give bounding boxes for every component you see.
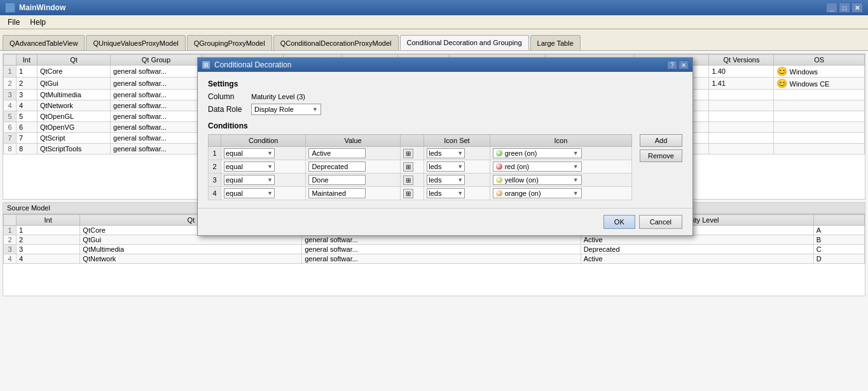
icon-label: yellow (on): [505, 176, 570, 184]
condition-value-input[interactable]: [308, 161, 366, 172]
condition-select[interactable]: equal ▼: [224, 161, 275, 172]
cond-col-icon: Icon: [490, 135, 631, 147]
menu-help[interactable]: Help: [25, 17, 51, 28]
cond-col-condition: Condition: [221, 135, 306, 147]
condition-value: equal: [226, 176, 243, 184]
condition-select[interactable]: equal ▼: [224, 175, 275, 185]
conditions-section: Conditions Condition Value Icon Set: [208, 121, 682, 200]
icon-select[interactable]: red (on) ▼: [493, 161, 582, 172]
cond-btn-cell: ⊞: [400, 187, 424, 200]
tab-bar: QAdvancedTableView QUniqueValuesProxyMod…: [0, 29, 868, 51]
icon-select[interactable]: yellow (on) ▼: [493, 175, 582, 185]
condition-select[interactable]: equal ▼: [224, 148, 275, 158]
cond-btn-cell: ⊞: [400, 147, 424, 160]
condition-arrow: ▼: [267, 177, 273, 183]
icon-select[interactable]: green (on) ▼: [493, 148, 582, 158]
settings-label: Settings: [208, 79, 682, 88]
conditional-decoration-dialog: ⊞ Conditional Decoration ? ✕ Settings Co…: [197, 57, 693, 236]
condition-value: equal: [226, 163, 243, 170]
condition-edit-button[interactable]: ⊞: [403, 162, 413, 172]
title-bar-controls[interactable]: _ □ ✕: [826, 3, 863, 13]
condition-edit-button[interactable]: ⊞: [403, 149, 413, 158]
condition-value-input[interactable]: [308, 148, 366, 158]
icon-set-select[interactable]: leds ▼: [427, 161, 465, 172]
maximize-button[interactable]: □: [839, 3, 850, 13]
icon-set-value: leds: [429, 163, 441, 170]
dialog-close-button[interactable]: ✕: [679, 60, 689, 69]
app-icon: [5, 3, 15, 13]
menu-file[interactable]: File: [3, 17, 25, 28]
condition-edit-button[interactable]: ⊞: [403, 189, 413, 198]
cond-col-btn: [400, 135, 424, 147]
conditions-container: Condition Value Icon Set Icon 1 equal ▼: [208, 134, 682, 200]
cancel-button[interactable]: Cancel: [639, 215, 682, 229]
condition-value-input[interactable]: [308, 175, 366, 185]
cond-iconset-cell: leds ▼: [424, 160, 490, 174]
cond-icon-cell: green (on) ▼: [490, 147, 631, 160]
ok-button[interactable]: OK: [603, 215, 635, 229]
condition-arrow: ▼: [267, 150, 273, 156]
icon-set-select[interactable]: leds ▼: [427, 175, 465, 185]
data-role-select[interactable]: Display Role ▼: [251, 104, 321, 115]
icon-set-value: leds: [429, 149, 441, 157]
condition-row: 2 equal ▼ ⊞ leds ▼ red (on) ▼: [209, 160, 632, 174]
icon-select[interactable]: orange (on) ▼: [493, 188, 582, 198]
dialog-help-button[interactable]: ?: [667, 60, 677, 69]
condition-select[interactable]: equal ▼: [224, 188, 275, 198]
icon-set-arrow: ▼: [457, 190, 463, 196]
menu-bar: File Help: [0, 15, 868, 29]
add-condition-button[interactable]: Add: [640, 134, 682, 147]
condition-value-input[interactable]: [308, 188, 366, 198]
tab-unique-values[interactable]: QUniqueValuesProxyModel: [86, 35, 185, 50]
cond-col-num: [209, 135, 221, 147]
cond-num: 2: [209, 160, 221, 174]
title-bar: MainWindow _ □ ✕: [0, 0, 868, 15]
dialog-title-controls[interactable]: ? ✕: [667, 60, 689, 69]
tab-large-table[interactable]: Large Table: [530, 35, 581, 50]
tab-conditional-decoration-grouping[interactable]: Conditional Decoration and Grouping: [400, 35, 529, 50]
close-button[interactable]: ✕: [851, 3, 863, 13]
dialog-title-bar: ⊞ Conditional Decoration ? ✕: [198, 58, 692, 72]
condition-arrow: ▼: [267, 190, 273, 196]
column-label: Column: [208, 92, 246, 101]
icon-dot: [496, 177, 502, 183]
cond-iconset-cell: leds ▼: [424, 147, 490, 160]
tab-advanced-table[interactable]: QAdvancedTableView: [3, 35, 85, 50]
cond-value-cell: [306, 174, 400, 187]
cond-num: 1: [209, 147, 221, 160]
minimize-button[interactable]: _: [826, 3, 837, 13]
condition-value: equal: [226, 189, 243, 197]
cond-col-value: Value: [306, 135, 400, 147]
icon-set-arrow: ▼: [457, 177, 463, 183]
tab-grouping[interactable]: QGroupingProxyModel: [187, 35, 272, 50]
condition-arrow: ▼: [267, 163, 273, 170]
icon-arrow: ▼: [573, 190, 579, 196]
column-value: Maturity Level (3): [251, 93, 305, 100]
data-role-label: Data Role: [208, 105, 246, 114]
main-content: Int Qt Qt Group Maturity Level Char (UC)…: [0, 51, 868, 391]
data-role-arrow: ▼: [312, 106, 318, 113]
cond-icon-cell: orange (on) ▼: [490, 187, 631, 200]
icon-label: orange (on): [505, 189, 570, 197]
icon-arrow: ▼: [573, 177, 579, 183]
settings-section: Settings Column Maturity Level (3) Data …: [208, 79, 682, 115]
remove-condition-button[interactable]: Remove: [640, 149, 682, 162]
cond-condition-cell: equal ▼: [221, 174, 306, 187]
cond-iconset-cell: leds ▼: [424, 174, 490, 187]
icon-arrow: ▼: [573, 163, 579, 170]
icon-set-arrow: ▼: [457, 163, 463, 170]
tab-conditional-decoration[interactable]: QConditionalDecorationProxyModel: [273, 35, 399, 50]
window-title: MainWindow: [19, 3, 65, 12]
icon-set-select[interactable]: leds ▼: [427, 188, 465, 198]
dialog-side-buttons: Add Remove: [635, 134, 682, 200]
data-role-value: Display Role: [254, 106, 294, 113]
cond-btn-cell: ⊞: [400, 160, 424, 174]
dialog-icon: ⊞: [202, 60, 210, 69]
condition-edit-button[interactable]: ⊞: [403, 175, 413, 185]
icon-set-value: leds: [429, 176, 441, 184]
dialog-overlay: ⊞ Conditional Decoration ? ✕ Settings Co…: [0, 51, 868, 391]
icon-set-select[interactable]: leds ▼: [427, 148, 465, 158]
icon-set-arrow: ▼: [457, 150, 463, 156]
condition-value: equal: [226, 149, 243, 157]
cond-col-iconset: Icon Set: [424, 135, 490, 147]
